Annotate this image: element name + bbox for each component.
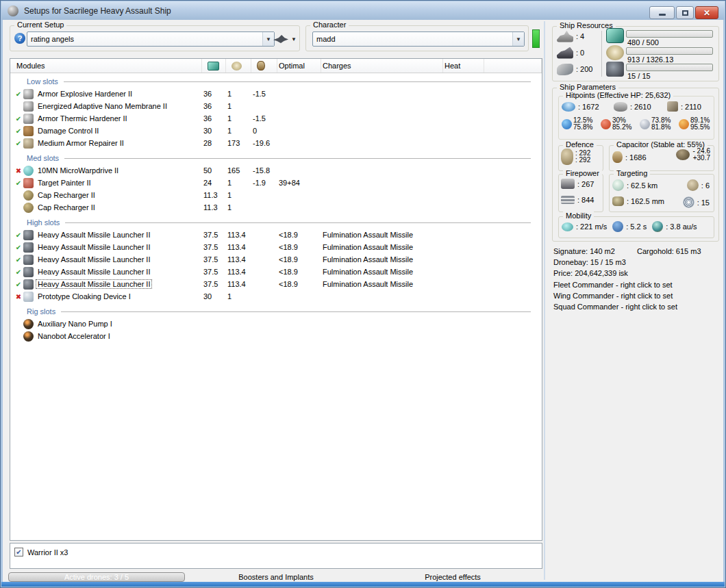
chevron-down-icon[interactable]: ▼ <box>512 32 524 46</box>
module-optimal: <18.9 <box>277 255 321 264</box>
mobility-label: Mobility <box>563 212 594 220</box>
module-optimal: 39+84 <box>277 179 321 187</box>
thermal-resist-armor: 95.5% <box>690 124 710 131</box>
wing-commander-text[interactable]: Wing Commander - right click to set <box>553 292 673 300</box>
module-name: Medium Armor Repairer II <box>36 139 125 147</box>
module-row[interactable]: ✔Heavy Assault Missile Launcher II37.511… <box>10 229 542 241</box>
module-pg: 1 <box>226 90 251 98</box>
armor-icon <box>614 102 627 112</box>
scan-resolution-icon <box>612 196 624 206</box>
close-button[interactable]: ✕ <box>695 6 718 19</box>
boosters-implants-header[interactable]: Boosters and Implants <box>204 573 348 581</box>
kinetic-resist-icon <box>640 119 650 129</box>
fleet-commander-text[interactable]: Fleet Commander - right click to set <box>553 281 673 289</box>
status-offline-icon: ✖ <box>14 167 23 175</box>
armor-hp: : 2610 <box>630 103 651 111</box>
module-pg: 113.4 <box>226 255 251 264</box>
module-row[interactable]: ✖Prototype Cloaking Device I301 <box>10 290 542 303</box>
module-row[interactable]: Nanobot Accelerator I <box>10 330 542 342</box>
module-row[interactable]: ✔Armor Thermic Hardener II361-1.5 <box>10 112 542 125</box>
column-charges[interactable]: Charges <box>321 59 443 73</box>
ship-icon <box>273 35 288 43</box>
chevron-down-icon: ▼ <box>291 36 297 42</box>
module-pg: 1 <box>226 191 251 199</box>
module-charges: Fulmination Assault Missile <box>321 268 443 276</box>
module-row[interactable]: ✔Damage Control II3010 <box>10 125 542 137</box>
slot-section-label: Low slots <box>27 77 58 86</box>
hitpoints-group: Hitpoints (Effective HP: 25,632) : 1672 … <box>558 96 714 140</box>
slot-section-header: Med slots <box>10 151 542 164</box>
slot-section-header: Rig slots <box>10 305 542 318</box>
module-row[interactable]: ✖10MN MicroWarpdrive II50165-15.8 <box>10 164 542 177</box>
explosive-resist-armor: 85.2% <box>612 124 631 131</box>
armor-hardener-icon <box>23 89 34 99</box>
rig-icon <box>23 319 34 329</box>
module-cpu: 30 <box>202 127 226 135</box>
slot-section-label: High slots <box>27 218 60 227</box>
status-active-icon: ✔ <box>14 281 23 288</box>
module-cap: -1.9 <box>251 179 277 187</box>
drone-list-item[interactable]: ✔ Warrior II x3 <box>14 548 68 557</box>
module-row[interactable]: ✔Heavy Assault Missile Launcher II37.511… <box>10 253 542 266</box>
modules-panel: Modules Optimal Charges Heat Low slots✔A… <box>10 58 542 541</box>
module-name: Heavy Assault Missile Launcher II <box>36 280 151 288</box>
character-select[interactable]: madd ▼ <box>312 31 525 47</box>
drone-checkbox[interactable]: ✔ <box>14 548 23 557</box>
title-bar[interactable]: Setups for Sacrilege Heavy Assault Ship … <box>1 1 725 20</box>
setup-select[interactable]: rating angels ▼ <box>27 31 275 47</box>
drone-resource-row: 15 / 15 <box>605 62 716 78</box>
module-cpu: 30 <box>202 292 226 301</box>
module-row[interactable]: ✔Heavy Assault Missile Launcher II37.511… <box>10 241 542 253</box>
column-heat[interactable]: Heat <box>443 59 484 73</box>
module-cap: -19.6 <box>251 139 277 147</box>
status-active-icon: ✔ <box>14 90 23 98</box>
module-row[interactable]: ✔Medium Armor Repairer II28173-19.6 <box>10 137 542 149</box>
panel-splitter[interactable] <box>544 21 545 580</box>
column-powergrid[interactable] <box>226 59 251 73</box>
module-row[interactable]: Cap Recharger II11.31 <box>10 189 542 201</box>
module-pg: 173 <box>226 139 251 147</box>
ship-parameters-label: Ship Parameters <box>557 83 618 91</box>
minimize-button[interactable] <box>649 6 675 19</box>
module-optimal: <18.9 <box>277 231 321 239</box>
structure-hp: : 2110 <box>681 103 701 111</box>
module-name: Heavy Assault Missile Launcher II <box>36 231 151 239</box>
squad-commander-text[interactable]: Squad Commander - right click to set <box>553 303 677 311</box>
module-name: Damage Control II <box>36 127 100 135</box>
module-row[interactable]: ✔Heavy Assault Missile Launcher II37.511… <box>10 278 542 290</box>
help-icon[interactable]: ? <box>14 33 25 44</box>
projected-effects-header[interactable]: Projected effects <box>381 573 525 581</box>
module-row[interactable]: ✔Target Painter II241-1.939+84 <box>10 177 542 189</box>
kinetic-resist-armor: 81.8% <box>651 124 671 131</box>
modules-table-header[interactable]: Modules Optimal Charges Heat <box>10 59 542 73</box>
module-cpu: 36 <box>202 114 226 123</box>
module-cap: -15.8 <box>251 166 277 175</box>
character-group: Character madd ▼ <box>305 25 529 51</box>
max-velocity-icon <box>562 222 573 231</box>
module-row[interactable]: Cap Recharger II11.31 <box>10 201 542 214</box>
module-cpu: 50 <box>202 166 226 175</box>
module-name: Heavy Assault Missile Launcher II <box>36 255 151 264</box>
column-modules[interactable]: Modules <box>10 59 202 73</box>
module-row[interactable]: Energized Adaptive Nano Membrane II361 <box>10 100 542 112</box>
warp-speed-icon <box>652 221 663 232</box>
maximize-button[interactable] <box>676 6 694 19</box>
ship-menu-button[interactable]: ▼ <box>269 31 301 47</box>
active-drones-header[interactable]: Active drones: 3 / 5 <box>8 572 185 582</box>
column-capacitor[interactable] <box>251 59 277 73</box>
capacitor-recharge: +30.7 <box>692 155 710 162</box>
module-row[interactable]: ✔Heavy Assault Missile Launcher II37.511… <box>10 266 542 278</box>
status-offline-icon: ✖ <box>14 293 23 301</box>
dps-icon <box>561 196 575 204</box>
column-cpu[interactable] <box>202 59 226 73</box>
column-optimal[interactable]: Optimal <box>277 59 321 73</box>
module-optimal: <18.9 <box>277 268 321 276</box>
module-row[interactable]: ✔Armor Explosive Hardener II361-1.5 <box>10 88 542 100</box>
module-cpu: 37.5 <box>202 231 226 239</box>
capacitor-icon <box>612 151 623 163</box>
close-icon: ✕ <box>703 9 710 17</box>
armor-hardener-icon <box>23 114 34 124</box>
module-pg: 113.4 <box>226 243 251 251</box>
module-row[interactable]: Auxiliary Nano Pump I <box>10 318 542 330</box>
capacitor-delta-icon <box>676 149 690 160</box>
